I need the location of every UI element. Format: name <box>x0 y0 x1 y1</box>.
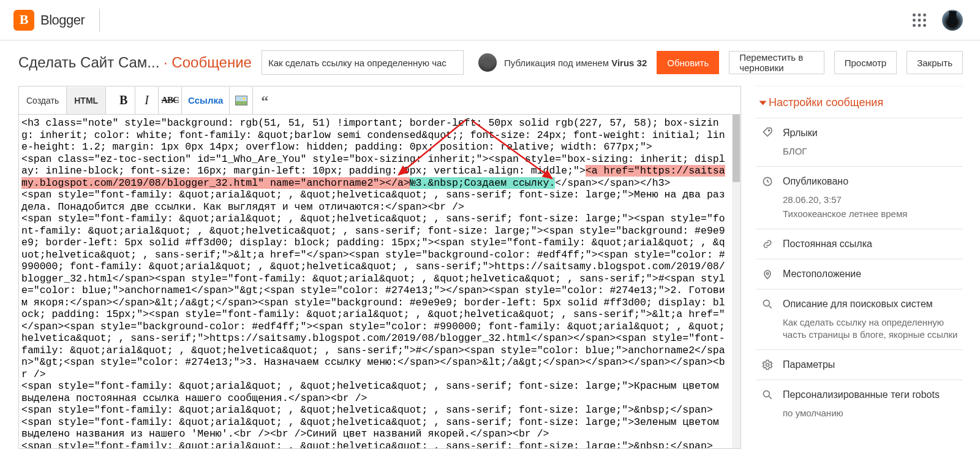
editor-column: Создать HTML B I ABC Ссылка “ <h3 class=… <box>18 86 741 449</box>
svg-point-6 <box>913 24 916 27</box>
action-bar: Сделать Сайт Сам... · Сообщение Как сдел… <box>0 40 980 85</box>
scrollbar-track[interactable] <box>732 115 741 448</box>
editor-toolbar: Создать HTML B I ABC Ссылка “ <box>18 86 741 114</box>
robots-value: по умолчанию <box>783 407 959 419</box>
brand-text: Blogger <box>40 12 85 28</box>
svg-point-13 <box>766 272 768 274</box>
breadcrumb-sep: · <box>164 54 168 71</box>
header-divider <box>99 9 100 32</box>
user-avatar[interactable] <box>942 10 963 31</box>
sidebar-item-permalink[interactable]: Постоянная ссылка <box>756 229 963 259</box>
insert-image-button[interactable] <box>230 87 253 114</box>
preview-button[interactable]: Просмотр <box>834 51 897 74</box>
code-content[interactable]: <h3 class="note" style="background: rgb(… <box>19 115 732 448</box>
strike-button[interactable]: ABC <box>159 87 182 114</box>
breadcrumb-blog[interactable]: Сделать Сайт Сам... <box>18 54 159 71</box>
svg-point-3 <box>913 18 916 21</box>
svg-point-14 <box>763 300 769 306</box>
sidebar-item-robots[interactable]: Персонализированные теги robots по умолч… <box>756 380 963 428</box>
svg-point-17 <box>763 391 769 397</box>
update-button[interactable]: Обновить <box>657 51 719 74</box>
google-apps-icon[interactable] <box>913 13 926 27</box>
sidebar-item-published[interactable]: Опубликовано 28.06.20, 3:57 Тихоокеанско… <box>756 166 963 229</box>
publisher-text: Публикация под именем Virus 32 <box>504 58 647 68</box>
svg-point-1 <box>918 13 921 17</box>
svg-point-11 <box>769 130 770 131</box>
brand[interactable]: B Blogger <box>13 10 85 31</box>
svg-point-0 <box>913 13 916 17</box>
svg-point-16 <box>766 364 769 367</box>
search-icon <box>761 298 774 310</box>
post-title-input[interactable]: Как сделать ссылку на определенную час <box>262 50 464 75</box>
bold-button[interactable]: B <box>112 87 135 114</box>
breadcrumb-post: Сообщение <box>172 54 252 71</box>
clock-icon <box>761 175 774 188</box>
publisher-info: Публикация под именем Virus 32 <box>478 53 647 72</box>
tab-html[interactable]: HTML <box>67 87 106 114</box>
published-date: 28.06.20, 3:57 <box>783 194 959 206</box>
bold-icon: B <box>119 93 127 107</box>
svg-line-18 <box>769 397 772 399</box>
mode-switcher: Создать HTML <box>19 87 106 114</box>
insert-link-button[interactable]: Ссылка <box>182 87 230 114</box>
sidebar-item-labels[interactable]: Ярлыки БЛОГ <box>756 118 963 166</box>
tag-icon <box>761 127 774 139</box>
sidebar-item-options[interactable]: Параметры <box>756 350 963 380</box>
blogger-logo-icon: B <box>13 10 34 31</box>
app-header: B Blogger <box>0 0 980 40</box>
insert-quote-button[interactable]: “ <box>253 87 276 114</box>
link-icon <box>761 238 774 250</box>
italic-button[interactable]: I <box>135 87 159 114</box>
sidebar-title[interactable]: Настройки сообщения <box>756 86 963 118</box>
highlight-anchor-text: №3.&nbsp;Создаем ссылку. <box>410 177 556 189</box>
labels-value: БЛОГ <box>783 145 959 158</box>
image-icon <box>235 96 247 105</box>
strikethrough-icon: ABC <box>161 95 179 105</box>
caret-down-icon <box>760 101 767 105</box>
close-button[interactable]: Закрыть <box>907 51 963 74</box>
location-pin-icon <box>761 268 774 280</box>
seo-value: Как сделать ссылку на определенную часть… <box>783 316 959 342</box>
tab-compose[interactable]: Создать <box>19 87 67 114</box>
svg-line-15 <box>769 305 772 308</box>
published-tz: Тихоокеанское летнее время <box>783 208 959 220</box>
search-icon <box>761 389 774 401</box>
gear-icon <box>761 359 774 371</box>
italic-icon: I <box>145 93 149 107</box>
move-to-drafts-button[interactable]: Переместить в черновики <box>729 51 824 74</box>
sidebar-item-seo[interactable]: Описание для поисковых систем Как сделат… <box>756 289 963 350</box>
publisher-avatar-icon <box>478 53 497 72</box>
breadcrumb: Сделать Сайт Сам... · Сообщение <box>18 54 252 71</box>
sidebar-item-location[interactable]: Местоположение <box>756 259 963 289</box>
svg-point-7 <box>918 24 921 27</box>
code-editor[interactable]: <h3 class="note" style="background: rgb(… <box>18 114 741 449</box>
svg-point-5 <box>923 18 926 21</box>
post-settings-sidebar: Настройки сообщения Ярлыки БЛОГ Опублико… <box>756 86 963 429</box>
scrollbar-thumb[interactable] <box>733 115 740 182</box>
svg-point-8 <box>923 24 926 27</box>
svg-point-2 <box>923 13 926 17</box>
quote-icon: “ <box>261 97 268 104</box>
svg-point-4 <box>918 18 921 21</box>
